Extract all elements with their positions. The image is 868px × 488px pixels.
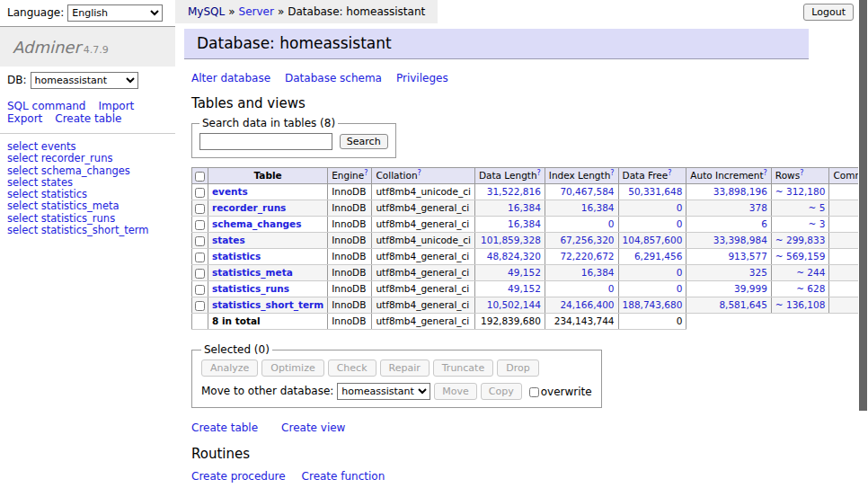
- row-checkbox[interactable]: [195, 253, 205, 262]
- table-link[interactable]: recorder_runs: [212, 202, 286, 213]
- sidebar: Language:English Adminer4.7.9 DB:homeass…: [0, 0, 175, 236]
- collation-cell: utf8mb4_general_ci: [372, 249, 474, 265]
- row-checkbox[interactable]: [195, 285, 205, 295]
- optimize-button[interactable]: Optimize: [261, 359, 323, 377]
- index-length-cell: 67,256,320: [545, 233, 618, 249]
- create-view-link[interactable]: Create view: [281, 421, 345, 434]
- table-row: statisticsInnoDButf8mb4_general_ci48,824…: [192, 249, 868, 265]
- column-header-collation: Collation?: [372, 168, 474, 184]
- index-length-cell: 16,384: [545, 265, 618, 281]
- sidebar-select-link[interactable]: select statistics: [7, 189, 168, 200]
- column-help-link[interactable]: ?: [800, 169, 803, 177]
- row-checkbox[interactable]: [195, 204, 205, 214]
- table-link[interactable]: statistics_meta: [212, 267, 293, 278]
- index-length-cell: 70,467,584: [545, 184, 618, 200]
- column-help-link[interactable]: ?: [668, 169, 671, 177]
- sidebar-link-export[interactable]: Export: [7, 112, 42, 125]
- overwrite-label: overwrite: [541, 386, 592, 398]
- sidebar-select-link[interactable]: select states: [7, 177, 168, 189]
- breadcrumb-separator: »: [228, 5, 235, 18]
- sidebar-select-link[interactable]: select statistics_meta: [7, 200, 168, 212]
- breadcrumb-mysql-link[interactable]: MySQL: [188, 5, 225, 18]
- create-table-link[interactable]: Create table: [191, 421, 258, 434]
- sidebar-select-link[interactable]: select recorder_runs: [7, 153, 168, 164]
- column-help-link[interactable]: ?: [418, 169, 421, 177]
- create-function-link[interactable]: Create function: [302, 470, 385, 483]
- column-header-auto-increment: Auto Increment?: [686, 168, 772, 184]
- select-all-cell: [192, 168, 208, 184]
- collation-cell: utf8mb4_general_ci: [372, 200, 474, 217]
- engine-cell: InnoDB: [328, 184, 372, 200]
- repair-button[interactable]: Repair: [380, 359, 430, 377]
- row-checkbox-cell: [192, 249, 208, 265]
- table-link[interactable]: statistics: [212, 251, 261, 262]
- copy-button[interactable]: Copy: [481, 383, 522, 400]
- column-header-data-length: Data Length?: [474, 168, 545, 184]
- move-row: Move to other database:homeassistantMove…: [201, 383, 592, 400]
- database-schema-link[interactable]: Database schema: [285, 72, 382, 84]
- collation-cell: utf8mb4_general_ci: [372, 217, 474, 233]
- sidebar-select-link[interactable]: select schema_changes: [7, 165, 168, 177]
- row-checkbox[interactable]: [195, 220, 205, 230]
- collation-cell: utf8mb4_unicode_ci: [372, 184, 474, 200]
- table-row: schema_changesInnoDButf8mb4_general_ci16…: [192, 217, 868, 233]
- breadcrumb-separator: »: [278, 5, 284, 18]
- table-link[interactable]: states: [212, 235, 245, 245]
- row-checkbox[interactable]: [195, 236, 205, 246]
- sidebar-action-links: SQL commandImport ExportCreate table: [0, 100, 175, 125]
- move-button[interactable]: Move: [434, 383, 477, 400]
- row-checkbox[interactable]: [195, 188, 205, 198]
- sidebar-divider: [0, 133, 175, 134]
- table-name-cell: recorder_runs: [208, 200, 328, 217]
- empty-cell: [686, 314, 772, 330]
- scrollbar-thumb[interactable]: [859, 0, 867, 411]
- table-link[interactable]: schema_changes: [212, 218, 302, 229]
- move-db-select[interactable]: homeassistant: [337, 383, 430, 400]
- analyze-button[interactable]: Analyze: [201, 359, 258, 377]
- table-link[interactable]: statistics_runs: [212, 283, 289, 294]
- table-row: recorder_runsInnoDButf8mb4_general_ci16,…: [192, 200, 868, 217]
- auto-increment-cell: 33,398,984: [686, 233, 772, 249]
- privileges-link[interactable]: Privileges: [396, 72, 448, 84]
- check-button[interactable]: Check: [328, 359, 376, 377]
- search-input[interactable]: [199, 133, 332, 150]
- overwrite-checkbox[interactable]: [529, 387, 539, 397]
- adminer-version[interactable]: 4.7.9: [84, 44, 109, 56]
- alter-database-link[interactable]: Alter database: [191, 72, 270, 84]
- sidebar-link-import[interactable]: Import: [98, 100, 134, 112]
- column-help-link[interactable]: ?: [364, 169, 368, 177]
- table-link[interactable]: events: [212, 186, 248, 197]
- logout-button[interactable]: Logout: [803, 4, 854, 21]
- collation-cell: utf8mb4_general_ci: [372, 297, 474, 314]
- truncate-button[interactable]: Truncate: [433, 359, 493, 377]
- table-link[interactable]: statistics_short_term: [212, 299, 323, 310]
- table-name-cell: states: [208, 233, 328, 249]
- sidebar-link-sql-command[interactable]: SQL command: [7, 100, 85, 112]
- row-checkbox[interactable]: [195, 269, 205, 279]
- column-help-link[interactable]: ?: [764, 169, 767, 177]
- index-length-cell: 72,220,672: [545, 249, 618, 265]
- data-free-cell: 0: [618, 200, 686, 217]
- search-button[interactable]: Search: [340, 134, 388, 149]
- sidebar-select-link[interactable]: select events: [7, 141, 168, 153]
- total-label-cell: 8 in total: [208, 314, 328, 330]
- language-bar: Language:English: [0, 0, 175, 26]
- column-header-engine: Engine?: [328, 168, 372, 184]
- drop-button[interactable]: Drop: [497, 359, 538, 377]
- db-select[interactable]: homeassistant: [31, 72, 138, 89]
- breadcrumb-server-link[interactable]: Server: [239, 5, 274, 18]
- sidebar-select-link[interactable]: select statistics_runs: [7, 213, 168, 225]
- sidebar-link-create-table[interactable]: Create table: [55, 112, 121, 125]
- row-checkbox[interactable]: [195, 301, 205, 311]
- column-help-link[interactable]: ?: [537, 169, 541, 177]
- row-checkbox-cell: [192, 200, 208, 217]
- table-name-cell: events: [208, 184, 328, 200]
- data-length-cell: 101,859,328: [474, 233, 545, 249]
- vertical-scrollbar[interactable]: [858, 0, 868, 488]
- create-procedure-link[interactable]: Create procedure: [191, 470, 286, 483]
- sidebar-select-link[interactable]: select statistics_short_term: [7, 225, 168, 236]
- select-all-checkbox[interactable]: [195, 172, 205, 182]
- language-select[interactable]: English: [67, 4, 163, 22]
- column-help-link[interactable]: ?: [610, 169, 614, 177]
- data-length-cell: 16,384: [474, 200, 545, 217]
